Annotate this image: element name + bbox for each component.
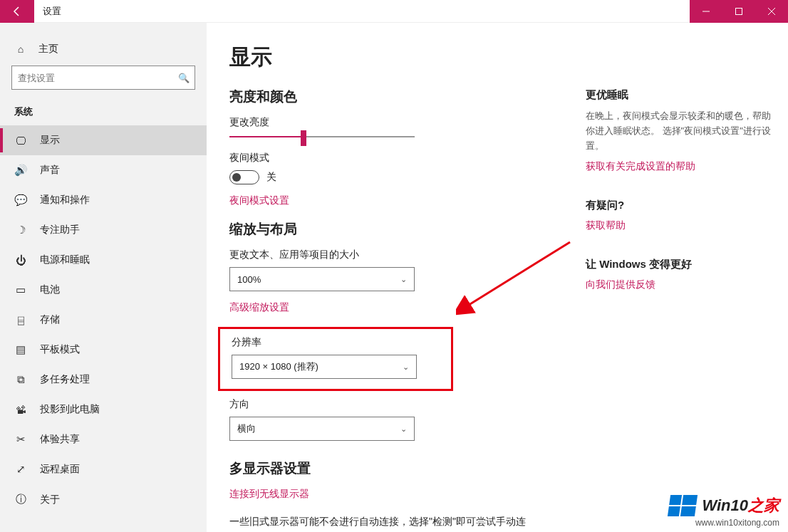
back-button[interactable] [0,0,34,23]
sidebar-item-label: 专注助手 [40,224,80,236]
watermark-url: www.win10xitong.com [669,518,779,528]
sidebar-item-display[interactable]: 🖵显示 [0,125,207,155]
resolution-dropdown[interactable]: 1920 × 1080 (推荐) ⌄ [232,355,417,379]
resolution-highlight: 分辨率 1920 × 1080 (推荐) ⌄ [218,327,453,391]
search-icon: 🔍 [173,73,195,83]
tablet-icon: ▤ [14,343,27,356]
sidebar-item-label: 投影到此电脑 [40,403,100,416]
sidebar-item-remote[interactable]: ⤢远程桌面 [0,454,207,484]
about-icon: ⓘ [14,493,27,506]
sidebar-item-label: 存储 [40,313,60,326]
scale-dropdown[interactable]: 100% ⌄ [229,267,415,291]
night-light-toggle[interactable] [229,170,259,184]
sidebar-item-tablet[interactable]: ▤平板模式 [0,335,207,365]
side-panel: 更优睡眠 在晚上，夜间模式会显示较柔和的暖色，帮助你进入睡眠状态。 选择"夜间模… [586,43,771,532]
home-icon: ⌂ [14,43,27,55]
sidebar-item-label: 多任务处理 [40,373,90,386]
maximize-icon [735,8,742,15]
scale-value: 100% [237,274,261,285]
minimize-icon [703,8,710,15]
sidebar-item-project[interactable]: 📽投影到此电脑 [0,395,207,424]
sidebar-item-multitask[interactable]: ⧉多任务处理 [0,365,207,395]
better-title: 让 Windows 变得更好 [586,258,771,271]
maximize-button[interactable] [722,0,755,23]
window-controls [690,0,788,23]
sidebar-item-label: 远程桌面 [40,463,80,476]
brightness-label: 更改亮度 [229,116,586,129]
remote-icon: ⤢ [14,463,27,476]
search-box[interactable]: 🔍 [11,66,195,90]
sleep-help-link[interactable]: 获取有关完成设置的帮助 [586,160,771,173]
sidebar-item-label: 声音 [40,164,60,177]
sidebar-item-sound[interactable]: 🔊声音 [0,155,207,185]
chevron-down-icon: ⌄ [403,363,409,372]
windows-logo-icon [668,495,698,516]
orientation-dropdown[interactable]: 横向 ⌄ [229,417,415,441]
multitask-icon: ⧉ [14,373,27,386]
close-icon [768,8,775,15]
sound-icon: 🔊 [14,164,27,177]
scale-label: 更改文本、应用等项目的大小 [229,249,586,261]
sidebar-group-label: 系统 [0,103,207,125]
night-light-label: 夜间模式 [229,152,586,165]
multi-desc: 一些旧式显示器可能不会进行自动连接，选择"检测"即可尝试手动连接。 [229,513,536,532]
home-link[interactable]: ⌂ 主页 [0,37,207,66]
resolution-value: 1920 × 1080 (推荐) [239,360,318,373]
arrow-left-icon [11,6,23,17]
sidebar-item-label: 显示 [40,134,60,147]
sidebar-item-label: 体验共享 [40,433,80,446]
orientation-value: 横向 [237,422,256,435]
sidebar: ⌂ 主页 🔍 系统 🖵显示 🔊声音 💬通知和操作 ☽专注助手 ⏻电源和睡眠 ▭电… [0,23,207,532]
sidebar-item-label: 平板模式 [40,343,80,356]
sidebar-item-storage[interactable]: ⌸存储 [0,305,207,335]
resolution-label: 分辨率 [232,336,451,349]
sidebar-item-about[interactable]: ⓘ关于 [0,484,207,515]
svg-rect-1 [736,9,742,15]
sidebar-item-label: 通知和操作 [40,194,90,207]
focus-icon: ☽ [14,224,27,236]
section-multi: 多显示器设置 [229,459,586,478]
sidebar-item-label: 电源和睡眠 [40,254,90,266]
brightness-slider[interactable] [229,136,415,137]
sidebar-item-focus[interactable]: ☽专注助手 [0,215,207,245]
wireless-display-link[interactable]: 连接到无线显示器 [229,488,586,501]
home-label: 主页 [38,43,58,56]
minimize-button[interactable] [690,0,722,23]
main-content: 显示 亮度和颜色 更改亮度 夜间模式 关 夜间模式设置 缩放与布局 更改文本、应… [229,43,586,532]
slider-track [304,136,415,137]
advanced-scale-link[interactable]: 高级缩放设置 [229,301,586,314]
toggle-knob [232,173,241,182]
sleep-desc: 在晚上，夜间模式会显示较柔和的暖色，帮助你进入睡眠状态。 选择"夜间模式设置"进… [586,109,771,153]
get-help-link[interactable]: 获取帮助 [586,219,771,232]
question-title: 有疑问? [586,199,771,212]
sidebar-nav: 🖵显示 🔊声音 💬通知和操作 ☽专注助手 ⏻电源和睡眠 ▭电池 ⌸存储 ▤平板模… [0,125,207,515]
close-button[interactable] [755,0,788,23]
sidebar-item-share[interactable]: ✂体验共享 [0,424,207,454]
title-bar: 设置 [0,0,788,23]
chevron-down-icon: ⌄ [400,275,407,284]
section-brightness: 亮度和颜色 [229,88,586,106]
section-scale: 缩放与布局 [229,220,586,239]
project-icon: 📽 [14,404,27,416]
watermark: Win10之家 www.win10xitong.com [669,495,779,528]
orientation-label: 方向 [229,398,586,411]
window-title: 设置 [34,5,61,18]
page-title: 显示 [229,43,586,72]
sleep-title: 更优睡眠 [586,88,771,102]
sidebar-item-power[interactable]: ⏻电源和睡眠 [0,245,207,275]
notification-icon: 💬 [14,194,27,207]
battery-icon: ▭ [14,283,27,296]
feedback-link[interactable]: 向我们提供反馈 [586,278,771,291]
sidebar-item-notifications[interactable]: 💬通知和操作 [0,185,207,215]
night-light-settings-link[interactable]: 夜间模式设置 [229,194,586,207]
sidebar-item-label: 电池 [40,283,60,296]
slider-thumb[interactable] [301,130,306,146]
storage-icon: ⌸ [14,314,27,326]
share-icon: ✂ [14,433,27,446]
sidebar-item-battery[interactable]: ▭电池 [0,275,207,305]
search-input[interactable] [12,73,173,83]
toggle-state: 关 [266,171,276,184]
watermark-brand-en: Win10 [702,496,748,514]
watermark-brand-zh: 之家 [748,496,779,514]
power-icon: ⏻ [14,254,27,266]
